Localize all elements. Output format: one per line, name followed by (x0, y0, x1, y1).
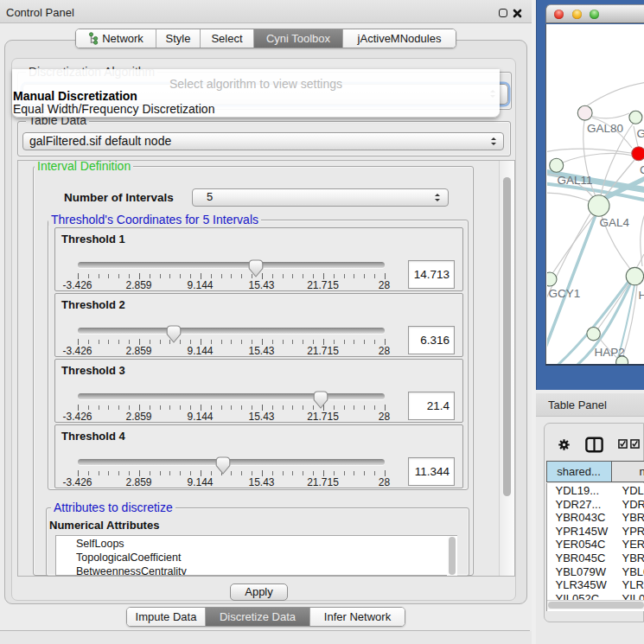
svg-text:GAL11: GAL11 (558, 174, 593, 187)
svg-text:GCY1: GCY1 (549, 287, 581, 300)
svg-text:H: H (638, 289, 644, 302)
svg-text:HAP2: HAP2 (594, 346, 624, 359)
svg-text:GAL4: GAL4 (600, 216, 630, 229)
svg-text:GAL80: GAL80 (587, 122, 623, 135)
svg-text:C: C (640, 163, 644, 176)
svg-text:GA: GA (637, 127, 644, 140)
